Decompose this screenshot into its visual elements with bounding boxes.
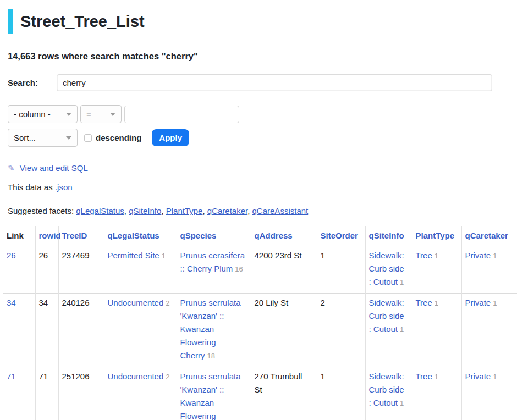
sort-column-link-treeid[interactable]: TreeID [62,231,87,240]
view-edit-sql-link[interactable]: View and edit SQL [20,163,88,173]
facet-count: 1 [400,325,404,334]
apply-button[interactable]: Apply [152,129,189,146]
facet-count: 1 [435,299,438,307]
table-row: 2626237469Permitted Site1Prunus cerasife… [3,246,517,294]
search-form: Search: [8,74,492,91]
cell-treeid: 240126 [58,294,104,367]
cell-siteorder: 2 [317,294,365,367]
cell-planttype: Tree1 [412,294,461,367]
sort-column-link-qspecies[interactable]: qSpecies [180,231,217,240]
sort-column-link-siteorder[interactable]: SiteOrder [321,231,358,240]
facet-count: 2 [166,373,169,381]
facet-count: 1 [493,373,497,381]
cell-siteinfo: Sidewalk: Curb side : Cutout1 [365,294,412,367]
facet-count: 2 [166,299,169,307]
sort-column-link-planttype[interactable]: PlantType [416,231,455,240]
accent-bar [8,9,13,34]
page-title: Street_Tree_List [20,13,145,31]
column-header-rowid: rowid [35,226,58,246]
cell-link: 26 [3,246,35,294]
header-row: LinkrowidTreeIDqLegalStatusqSpeciesqAddr… [3,226,517,246]
facet-link-qcaretaker[interactable]: qCaretaker [207,206,248,215]
sort-column-link-qcaretaker[interactable]: qCaretaker [465,231,508,240]
data-export-row: This data as .json [8,183,517,192]
facet-value-link[interactable]: Undocumented [108,298,164,307]
sort-column-link-qsiteinfo[interactable]: qSiteInfo [369,231,404,240]
facet-count: 1 [400,278,404,286]
facet-count: 1 [162,252,166,260]
operator-select[interactable]: = [80,105,122,123]
cell-planttype: Tree1 [412,246,461,294]
column-header-qaddress: qAddress [251,226,317,246]
column-header-link: Link [3,226,35,246]
facet-value-link[interactable]: Permitted Site [108,251,160,260]
facet-count: 18 [207,352,215,360]
facet-link-qlegalstatus[interactable]: qLegalStatus [76,206,124,215]
facet-value-link[interactable]: Sidewalk: Curb side : Cutout [369,372,404,407]
cell-species: Prunus serrulata 'Kwanzan' :: Kwanzan Fl… [177,367,251,420]
facet-value-link[interactable]: Tree [416,372,432,381]
descending-label: descending [96,133,141,142]
cell-legal: Permitted Site1 [104,246,177,294]
facet-link-planttype[interactable]: PlantType [166,206,203,215]
filter-value-input[interactable] [124,106,239,123]
cell-siteinfo: Sidewalk: Curb side : Cutout1 [365,367,412,420]
sort-select-value: Sort... [14,133,36,142]
row-link[interactable]: 34 [7,298,16,307]
data-as-label: This data as [8,183,55,192]
cell-link: 71 [3,367,35,420]
column-header-treeid: TreeID [58,226,104,246]
sort-column-link-qlegalstatus[interactable]: qLegalStatus [108,231,160,240]
cell-species: Prunus cerasifera :: Cherry Plum16 [177,246,251,294]
facet-value-link[interactable]: Prunus serrulata 'Kwanzan' :: Kwanzan Fl… [180,372,241,420]
page: Street_Tree_List 14,663 rows where searc… [0,0,517,420]
sort-column-link-rowid[interactable]: rowid [39,231,61,240]
facet-value-link[interactable]: Tree [416,251,432,260]
cell-treeid: 251206 [58,367,104,420]
facet-link-qsiteinfo[interactable]: qSiteInfo [129,206,161,215]
column-header-siteorder: SiteOrder [317,226,365,246]
cell-caretaker: Private1 [461,246,517,294]
facet-value-link[interactable]: Tree [416,298,432,307]
cell-rowid: 71 [35,367,58,420]
chevron-down-icon [66,113,72,116]
json-link[interactable]: .json [55,183,73,192]
facet-value-link[interactable]: Private [465,251,491,260]
facet-link-qcareassistant[interactable]: qCareAssistant [252,206,309,215]
title-row: Street_Tree_List [8,9,517,34]
descending-checkbox[interactable] [84,134,92,142]
table-row: 7171251206Undocumented2Prunus serrulata … [3,367,517,420]
facet-value-link[interactable]: Private [465,372,491,381]
facet-count: 1 [435,373,438,381]
cell-species: Prunus serrulata 'Kwanzan' :: Kwanzan Fl… [177,294,251,367]
facet-value-link[interactable]: Undocumented [108,372,164,381]
facet-value-link[interactable]: Private [465,298,491,307]
sql-row: ✎ View and edit SQL [8,163,517,173]
facet-value-link[interactable]: Sidewalk: Curb side : Cutout [369,298,404,334]
cell-address: 270 Trumbull St [251,367,317,420]
row-link[interactable]: 26 [7,251,16,260]
pencil-icon: ✎ [8,163,15,173]
column-select-value: - column - [14,109,51,119]
cell-legal: Undocumented2 [104,294,177,367]
column-select[interactable]: - column - [8,105,78,123]
facet-count: 1 [435,252,438,260]
column-header-qspecies: qSpecies [177,226,251,246]
row-link[interactable]: 71 [7,372,16,381]
table-row: 3434240126Undocumented2Prunus serrulata … [3,294,517,367]
chevron-down-icon [66,136,72,140]
suggested-facets-label: Suggested facets: [8,206,76,215]
filter-row: - column - = [8,105,517,123]
facet-value-link[interactable]: Prunus serrulata 'Kwanzan' :: Kwanzan Fl… [180,298,241,360]
cell-planttype: Tree1 [412,367,461,420]
facet-value-link[interactable]: Sidewalk: Curb side : Cutout [369,251,404,286]
facet-count: 1 [493,299,497,307]
search-input[interactable] [57,74,492,91]
cell-address: 4200 23rd St [251,246,317,294]
sort-column-link-qaddress[interactable]: qAddress [255,231,293,240]
column-header-qsiteinfo: qSiteInfo [365,226,412,246]
facet-count: 16 [235,265,243,273]
cell-rowid: 26 [35,246,58,294]
column-header-qlegalstatus: qLegalStatus [104,226,177,246]
sort-select[interactable]: Sort... [8,129,78,147]
